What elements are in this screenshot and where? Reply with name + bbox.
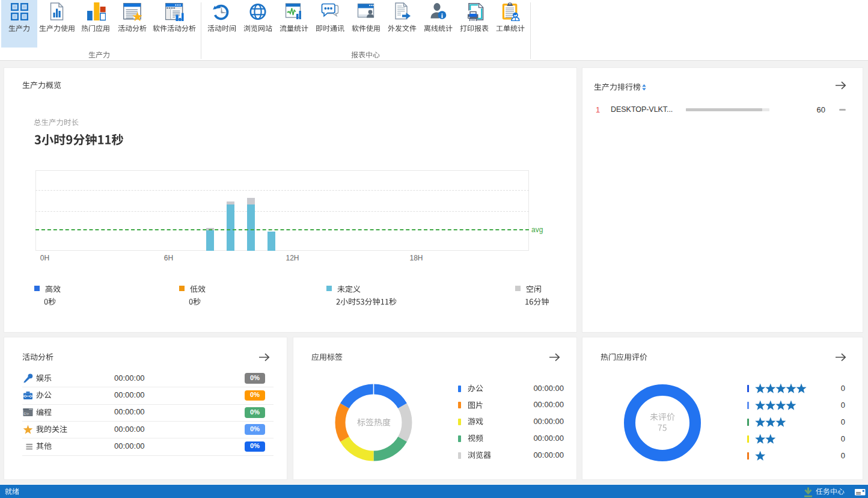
svg-text:C:\>: C:\> xyxy=(24,413,29,416)
